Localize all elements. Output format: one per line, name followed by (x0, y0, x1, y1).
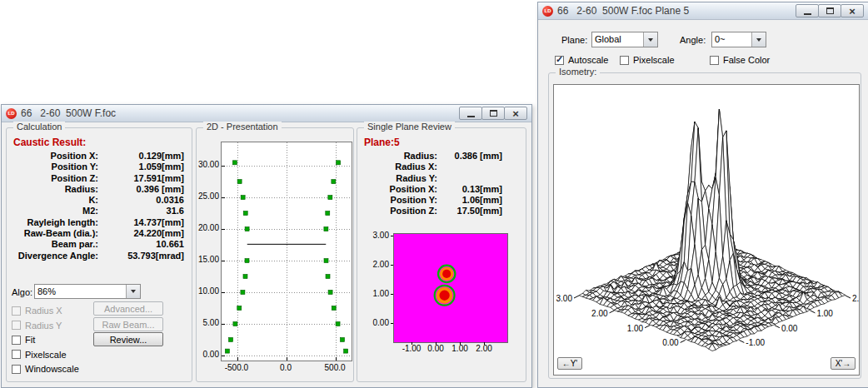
angle-combobox[interactable]: 0~ (711, 32, 766, 47)
algo-label: Algo: (12, 287, 32, 297)
x-tick-label: 0.0 (269, 363, 302, 372)
svg-text:-1.00: -1.00 (746, 338, 765, 347)
y-tick-label: 15.00 (197, 255, 219, 264)
caption-buttons (460, 107, 527, 120)
checkbox-box-icon (12, 350, 21, 359)
result-value: 24.220[mm] (98, 228, 187, 239)
y-tick-label: 0.00 (197, 350, 219, 359)
result-value: 1.059[mm] (98, 162, 187, 172)
checkbox-radius-y[interactable]: Radius Y (12, 320, 62, 331)
y-tick-label: 10.00 (197, 286, 219, 296)
minimize-icon (467, 116, 475, 117)
combo-arrow-icon (126, 285, 140, 298)
svg-text:2.00: 2.00 (852, 294, 859, 303)
checkbox-box-icon (12, 365, 21, 374)
tick-marks (222, 167, 337, 361)
checkbox-pixelscale[interactable]: Pixelscale (12, 349, 67, 361)
y-tick-label: 5.00 (197, 318, 219, 327)
client-area: Plane: Global Angle: 0~ AutoscalePixelsc… (538, 21, 868, 387)
checkbox-autoscale[interactable]: Autoscale (555, 54, 608, 66)
review-button[interactable]: Review... (93, 332, 163, 346)
group-single-plane-review-label: Single Plane Review (364, 122, 455, 132)
grid-lines (222, 142, 352, 361)
checkbox-windowscale[interactable]: Windowscale (12, 363, 79, 375)
plane-header: Plane:5 (364, 137, 400, 148)
checkbox-pixelscale[interactable]: Pixelscale (620, 54, 675, 66)
close-button[interactable] (504, 107, 527, 120)
tick-mark (484, 342, 485, 345)
caustic-plot-svg (222, 142, 352, 361)
rotate-y-button[interactable]: ←Y' (557, 357, 582, 370)
review-results-table: Radius:0.386 [mm]Radius X:Radius Y:Posit… (361, 151, 524, 217)
beam-image-svg (394, 234, 507, 342)
raw-beam-button: Raw Beam... (93, 317, 163, 331)
result-value: 1.06[mm] (437, 195, 524, 206)
result-label: Radius: (361, 151, 437, 162)
window-title: 66 2-60 500W F.foc (21, 107, 116, 119)
checkbox-box-icon (12, 306, 21, 316)
result-value (437, 162, 524, 172)
result-value: 0.396 [mm] (98, 184, 187, 195)
caustic-plot[interactable] (221, 142, 352, 361)
caustic-result-header: Caustic Result: (13, 137, 86, 148)
result-label: Position Z: (361, 206, 437, 216)
result-label: Radius X: (361, 162, 437, 172)
result-label: Position Z: (10, 173, 98, 184)
isometry-window: LD 66 2-60 500W F.foc Plane 5 Plane: Glo… (537, 2, 868, 388)
algo-combobox[interactable]: 86% (34, 284, 141, 299)
minimize-button[interactable] (796, 4, 819, 17)
display-checkbox-group: AutoscalePixelscaleFalse Color (538, 54, 868, 67)
result-label: Position X: (10, 151, 98, 162)
calc-button-group: Advanced...Raw Beam...Review... (93, 301, 165, 361)
svg-text:3.00: 3.00 (556, 294, 573, 303)
result-value: 0.129[mm] (98, 151, 187, 162)
title-bar[interactable]: LD 66 2-60 500W F.foc Plane 5 (538, 2, 868, 20)
checkbox-radius-x[interactable]: Radius X (12, 305, 62, 316)
result-value: 0.386 [mm] (437, 151, 524, 162)
close-button[interactable] (841, 4, 864, 17)
maximize-button[interactable] (481, 107, 505, 120)
title-bar[interactable]: LD 66 2-60 500W F.foc (2, 105, 531, 122)
result-value: 10.661 (98, 239, 187, 250)
tick-mark (391, 236, 393, 236)
result-value: 0.13[mm] (437, 184, 524, 195)
algo-value: 86% (35, 285, 126, 298)
calc-checkbox-group: Radius XRadius YFitPixelscaleWindowscale (12, 305, 92, 381)
result-value (437, 173, 524, 184)
tick-mark (460, 342, 461, 345)
rotate-x-button[interactable]: X'→ (831, 357, 856, 370)
result-label: M2: (10, 206, 98, 216)
checkbox-false-color[interactable]: False Color (710, 54, 770, 66)
calc-result-row: Rayleigh length:14.737[mm] (10, 217, 187, 228)
app-icon: LD (542, 6, 553, 17)
calc-result-row: Position X:0.129[mm] (10, 151, 187, 162)
y-tick-label: 25.00 (197, 192, 219, 201)
x-tick-label: 500.0 (318, 363, 352, 372)
advanced-button: Advanced... (93, 301, 163, 316)
calc-result-row: K:0.0316 (10, 195, 187, 206)
result-label: Divergence Angle: (10, 251, 98, 261)
wireframe-mesh (579, 109, 846, 351)
svg-text:0.00: 0.00 (662, 338, 679, 347)
combo-arrow-icon (751, 32, 766, 47)
checkbox-box-icon (620, 56, 629, 65)
svg-text:0.00: 0.00 (781, 324, 798, 333)
result-label: Radius: (10, 184, 98, 195)
review-result-row: Position Z:17.50[mm] (361, 206, 524, 216)
checkbox-fit[interactable]: Fit (12, 334, 35, 346)
result-label: Position Y: (10, 162, 98, 172)
y-tick-label: 30.00 (197, 160, 219, 169)
maximize-icon (490, 110, 497, 117)
result-value: 0.0316 (98, 195, 187, 206)
minimize-button[interactable] (459, 107, 482, 120)
checkbox-label: Fit (25, 335, 35, 345)
maximize-button[interactable] (818, 4, 841, 17)
plane-combobox[interactable]: Global (591, 32, 658, 47)
result-label: Position Y: (361, 195, 437, 206)
window-title: 66 2-60 500W F.foc Plane 5 (557, 5, 689, 17)
angle-label: Angle: (680, 35, 706, 45)
calc-result-row: Beam par.:10.661 (10, 239, 187, 250)
result-value: 17.591[mm] (98, 173, 187, 184)
tick-mark (391, 323, 393, 324)
close-icon (512, 108, 519, 119)
